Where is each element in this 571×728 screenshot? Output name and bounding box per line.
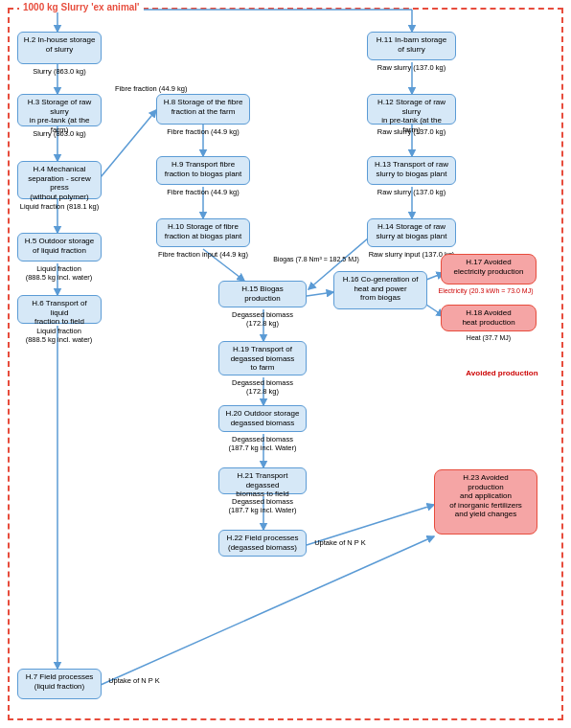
- label-slurry-863-1: Slurry (863.0 kg): [17, 67, 102, 76]
- box-h11: H.11 In-barn storageof slurry: [367, 32, 456, 60]
- box-h5: H.5 Outdoor storageof liquid fraction: [17, 233, 102, 262]
- box-h12: H.12 Storage of raw slurryin pre-tank (a…: [367, 94, 456, 125]
- label-elec: Electricity (20.3 kWh = 73.0 MJ): [429, 287, 542, 294]
- label-fibre-449-4: Fibre fraction input (44.9 kg): [156, 250, 250, 259]
- label-degassed-1728-2: Degassed biomass(172.8 kg): [218, 378, 307, 396]
- label-heat: Heat (37.7 MJ): [441, 334, 537, 341]
- label-uptake-npk-1: Uptake of N P K: [105, 676, 163, 685]
- box-h2: H.2 In-house storageof slurry: [17, 32, 102, 64]
- label-uptake-npk-2: Uptake of N P K: [311, 538, 369, 547]
- label-raw-137-2: Raw slurry (137.0 kg): [367, 127, 456, 136]
- box-h22: H.22 Field processes(degassed biomass): [218, 530, 307, 557]
- label-slurry-863-2: Slurry (863.0 kg): [17, 129, 102, 138]
- label-degassed-1877-2: Degassed biomass(187.7 kg incl. Water): [218, 497, 307, 514]
- box-h19: H.19 Transport ofdegassed biomassto farm: [218, 341, 307, 375]
- label-fibre-449-from-h4: Fibre fraction (44.9 kg): [115, 84, 192, 93]
- box-h15: H.15 Biogas production: [218, 281, 307, 307]
- box-h14: H.14 Storage of rawslurry at biogas plan…: [367, 218, 456, 247]
- box-h13: H.13 Transport of rawslurry to biogas pl…: [367, 156, 456, 185]
- top-label: 1000 kg Slurry 'ex animal': [19, 2, 144, 12]
- box-h18: H.18 Avoidedheat production: [441, 305, 537, 331]
- box-h3: H.3 Storage of raw slurryin pre-tank (at…: [17, 94, 102, 126]
- box-h4: H.4 Mechanicalseparation - screw press(w…: [17, 161, 102, 199]
- box-h6: H.6 Transport of liquidfraction to field: [17, 295, 102, 324]
- label-degassed-1728-1: Degassed biomass(172.8 kg): [218, 310, 307, 328]
- box-h21: H.21 Transport degassedbiomass to field: [218, 467, 307, 494]
- box-h23: H.23 Avoidedproductionand applicationof …: [434, 469, 537, 535]
- main-container: 1000 kg Slurry 'ex animal': [0, 0, 571, 728]
- box-h20: H.20 Outdoor storagedegassed biomass: [218, 405, 307, 432]
- box-h17: H.17 Avoidedelectricity production: [441, 254, 537, 284]
- box-h7: H.7 Field processes(liquid fraction): [17, 669, 102, 699]
- label-biogas: Biogas (7.8 Nm³ = 182.5 MJ): [263, 256, 369, 262]
- label-fibre-449-3: Fibre fraction (44.9 kg): [156, 188, 250, 196]
- label-liquid-888-2: Liquid fraction(888.5 kg incl. water): [13, 327, 104, 344]
- label-liquid-818: Liquid fraction (818.1 kg): [17, 202, 102, 211]
- label-raw-137-3: Raw slurry (137.0 kg): [367, 188, 456, 196]
- box-h10: H.10 Storage of fibrefraction at biogas …: [156, 218, 250, 247]
- label-degassed-1877: Degassed biomass(187.7 kg incl. Water): [218, 435, 307, 452]
- box-h9: H.9 Transport fibrefraction to biogas pl…: [156, 156, 250, 185]
- label-liquid-888-1: Liquid fraction(888.5 kg incl. water): [13, 264, 104, 282]
- label-fibre-449-2: Fibre fraction (44.9 kg): [156, 127, 250, 136]
- label-raw-137-1: Raw slurry (137.0 kg): [367, 63, 456, 72]
- box-h16: H.16 Co-generation ofheat and powerfrom …: [333, 271, 427, 309]
- avoided-production-label: Avoided production: [445, 369, 560, 377]
- box-h8: H.8 Storage of the fibrefraction at the …: [156, 94, 250, 125]
